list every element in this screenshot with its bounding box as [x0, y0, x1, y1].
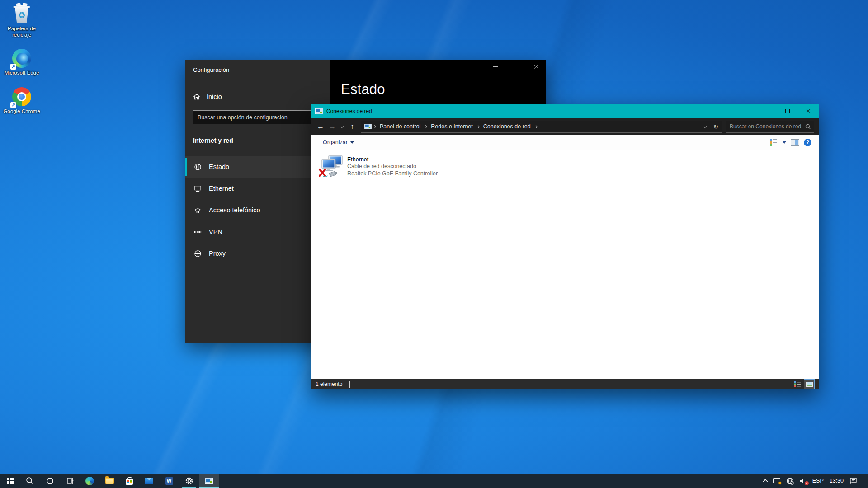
preview-pane-button[interactable]: [791, 139, 799, 146]
recent-pages-chevron-icon[interactable]: [340, 124, 344, 128]
recycle-bin-shortcut[interactable]: ♻ Papelera de reciclaje: [3, 4, 41, 38]
chrome-label: Google Chrome: [3, 108, 40, 115]
settings-search-input[interactable]: [193, 110, 322, 124]
taskbar-settings-button[interactable]: [179, 474, 199, 488]
settings-section-title: Internet y red: [193, 137, 330, 144]
explorer-titlebar[interactable]: Conexiones de red: [311, 104, 819, 118]
hidden-icons-chevron[interactable]: [764, 479, 767, 483]
taskbar-mail-button[interactable]: [139, 474, 159, 488]
organize-label: Organizar: [323, 139, 348, 145]
refresh-icon[interactable]: ↻: [710, 121, 722, 132]
microsoft-store-icon: [126, 479, 133, 485]
cortana-button[interactable]: [40, 474, 60, 488]
ethernet-item-text: Ethernet Cable de red desconectado Realt…: [347, 155, 438, 178]
edge-shortcut[interactable]: Microsoft Edge: [3, 48, 41, 76]
close-button[interactable]: [798, 104, 819, 118]
statusbar-view-toggles: [793, 380, 814, 389]
maximize-button[interactable]: [777, 104, 798, 118]
network-connections-icon: [315, 108, 323, 114]
sidebar-item-dialup[interactable]: Acceso telefónico: [185, 199, 330, 221]
settings-sidebar: Configuración Inicio Internet y red Esta…: [185, 60, 330, 343]
chrome-shortcut[interactable]: Google Chrome: [3, 86, 41, 115]
sidebar-item-home[interactable]: Inicio: [185, 88, 330, 106]
network-connections-window: Conexiones de red ← → ↑ Panel de control…: [311, 104, 819, 389]
organize-menu-button[interactable]: Organizar: [320, 137, 357, 147]
details-view-toggle[interactable]: [793, 380, 802, 389]
clock[interactable]: 13:30: [830, 478, 844, 484]
desktop-wallpaper: ♻ Papelera de reciclaje Microsoft Edge G…: [0, 0, 868, 488]
address-bar-buttons: ↻: [698, 121, 722, 132]
change-view-button[interactable]: [770, 139, 778, 146]
minimize-button[interactable]: [756, 104, 777, 118]
task-view-icon: [66, 477, 74, 484]
minimize-button[interactable]: [485, 60, 505, 74]
sidebar-item-ethernet[interactable]: Ethernet: [185, 178, 330, 199]
edge-label: Microsoft Edge: [5, 70, 39, 76]
settings-page-title: Estado: [341, 81, 385, 98]
statusbar-divider: [349, 381, 350, 388]
explorer-search-input[interactable]: [730, 123, 805, 130]
explorer-search-box: [726, 121, 814, 133]
view-options-chevron-icon[interactable]: [783, 141, 786, 144]
sidebar-item-vpn[interactable]: VPN: [185, 221, 330, 243]
breadcrumb-separator-icon: [534, 125, 538, 128]
sidebar-item-proxy[interactable]: Proxy: [185, 243, 330, 264]
display-notification-icon[interactable]: [773, 478, 780, 483]
item-count: 1 elemento: [316, 381, 342, 387]
recycle-bin-label: Papelera de reciclaje: [3, 26, 41, 38]
network-no-internet-icon[interactable]: [786, 477, 794, 485]
maximize-button[interactable]: [505, 60, 526, 74]
shortcut-arrow-icon: [10, 64, 16, 70]
back-arrow-icon[interactable]: ←: [315, 122, 326, 131]
edge-icon: [11, 48, 32, 69]
file-explorer-icon: [105, 478, 114, 484]
task-view-button[interactable]: [60, 474, 80, 488]
taskbar: W: [0, 474, 868, 488]
taskbar-edge-button[interactable]: [80, 474, 99, 488]
taskbar-word-button[interactable]: W: [159, 474, 179, 488]
cortana-icon: [47, 478, 53, 484]
globe-status-icon: [194, 163, 202, 171]
edge-icon: [85, 477, 94, 485]
ethernet-icon: [194, 185, 202, 192]
taskbar-search-button[interactable]: [20, 474, 40, 488]
large-icons-view-toggle[interactable]: [804, 380, 814, 389]
forward-arrow-icon[interactable]: →: [326, 122, 338, 131]
sidebar-item-label: Ethernet: [209, 185, 234, 192]
explorer-status-bar: 1 elemento: [311, 379, 819, 389]
shortcut-arrow-icon: [10, 102, 16, 108]
proxy-icon: [194, 250, 202, 258]
help-button[interactable]: ?: [804, 139, 811, 146]
explorer-command-bar: Organizar ?: [311, 135, 819, 150]
settings-window-title: Configuración: [185, 60, 330, 73]
breadcrumb-separator-icon: [424, 125, 427, 128]
windows-logo-icon: [7, 478, 14, 484]
sidebar-item-label: Acceso telefónico: [209, 206, 260, 214]
desktop-icon-area: ♻ Papelera de reciclaje Microsoft Edge G…: [3, 4, 41, 114]
sidebar-item-label: Estado: [209, 163, 229, 170]
language-indicator[interactable]: ESP: [812, 478, 824, 484]
ethernet-connection-item[interactable]: Ethernet Cable de red desconectado Realt…: [316, 153, 441, 180]
breadcrumb-separator-icon: [373, 125, 376, 128]
search-icon: [26, 477, 34, 485]
taskbar-file-explorer-button[interactable]: [99, 474, 119, 488]
taskbar-store-button[interactable]: [119, 474, 139, 488]
chrome-icon: [11, 86, 32, 107]
sidebar-item-status[interactable]: Estado: [185, 156, 330, 178]
home-icon: [193, 93, 200, 100]
address-dropdown-chevron-icon[interactable]: [698, 121, 710, 132]
search-icon[interactable]: [805, 124, 811, 130]
start-button[interactable]: [0, 474, 20, 488]
breadcrumb-network-connections[interactable]: Conexiones de red: [481, 121, 533, 132]
chevron-down-icon: [350, 141, 354, 144]
breadcrumb-network-internet[interactable]: Redes e Internet: [428, 121, 475, 132]
breadcrumb-control-panel[interactable]: Panel de control: [377, 121, 423, 132]
close-button[interactable]: [526, 60, 546, 74]
address-bar[interactable]: Panel de control Redes e Internet Conexi…: [361, 121, 722, 133]
gear-icon: [185, 477, 193, 485]
up-arrow-icon[interactable]: ↑: [346, 122, 358, 131]
action-center-icon[interactable]: [849, 477, 857, 484]
connection-name: Ethernet: [347, 156, 438, 164]
taskbar-network-connections-button[interactable]: [199, 474, 219, 488]
volume-muted-icon[interactable]: ✕: [800, 478, 807, 484]
